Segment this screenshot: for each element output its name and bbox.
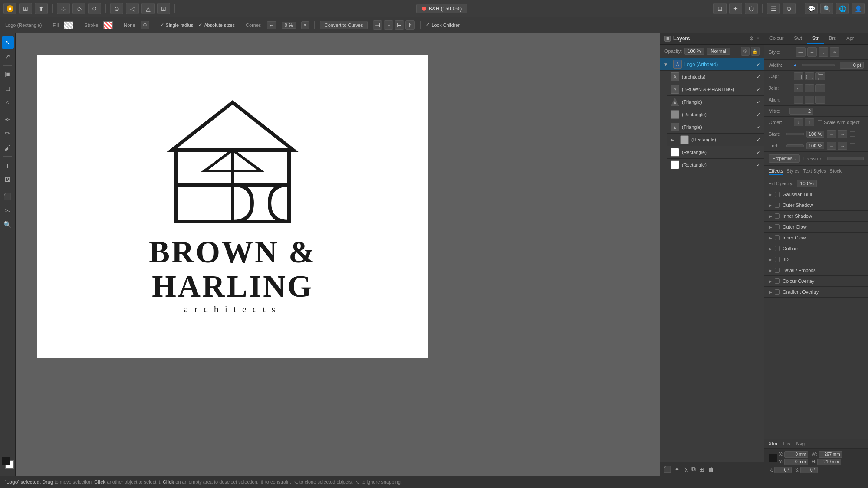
pen-tool[interactable]: ✒: [2, 114, 14, 126]
properties-btn[interactable]: Properties...: [769, 154, 800, 163]
gaussian-blur-effect[interactable]: ▶ Gaussian Blur: [764, 189, 868, 200]
outer-glow-effect[interactable]: ▶ Outer Glow: [764, 222, 868, 233]
absolute-sizes-check[interactable]: ✓ Absolute sizes: [198, 22, 235, 28]
effects-tab-stock[interactable]: Stock: [830, 168, 842, 175]
bevel-checkbox[interactable]: [775, 268, 780, 273]
start-arrow-left[interactable]: ←: [827, 130, 836, 138]
pencil-tool[interactable]: ✏: [2, 128, 14, 140]
style-dash-btn[interactable]: --: [807, 47, 817, 57]
rect2-check[interactable]: ✓: [756, 137, 760, 143]
order-above-btn[interactable]: ↑: [805, 118, 814, 126]
align-center-btn[interactable]: ⊦: [805, 96, 814, 104]
mitre-value[interactable]: 2: [789, 108, 813, 115]
globe-btn[interactable]: 🌐: [836, 3, 849, 14]
rectangle-tool[interactable]: □: [2, 82, 14, 94]
flip-h-btn[interactable]: ◁: [126, 3, 139, 14]
lock-children-label[interactable]: ✓ Lock Children: [426, 22, 460, 28]
effects-tab-effects[interactable]: Effects: [769, 168, 783, 175]
outer-shadow-effect[interactable]: ▶ Outer Shadow: [764, 200, 868, 211]
s-value[interactable]: 0 °: [800, 467, 818, 473]
opacity-value[interactable]: 100 %: [684, 48, 704, 55]
triangle2-check[interactable]: ✓: [756, 124, 760, 130]
crop-tool[interactable]: ✂: [2, 205, 14, 217]
artboard-check[interactable]: ✓: [756, 62, 760, 67]
artboard-tool[interactable]: ▣: [2, 68, 14, 80]
layer-rect2-row[interactable]: ▶ □ (Rectangle) ✓: [667, 134, 764, 146]
start-checkbox[interactable]: [850, 131, 855, 137]
layers-close-btn[interactable]: ×: [756, 36, 760, 42]
align-inside-btn[interactable]: ⊣: [794, 96, 803, 104]
fg-color[interactable]: [2, 457, 10, 465]
start-value[interactable]: 100 %: [806, 131, 824, 138]
style-custom-btn[interactable]: ≈: [830, 47, 839, 57]
inner-shadow-effect[interactable]: ▶ Inner Shadow: [764, 211, 868, 222]
align-left-btn[interactable]: ⊣: [373, 20, 382, 30]
fill-tool[interactable]: ⬛: [2, 191, 14, 203]
artboard-expand[interactable]: ▼: [664, 62, 671, 67]
layer-group-btn[interactable]: ⊞: [699, 466, 704, 473]
chat-btn[interactable]: 💬: [805, 3, 818, 14]
outline-checkbox[interactable]: [775, 246, 780, 251]
layer-rect1-row[interactable]: □ (Rectangle) ✓: [667, 108, 764, 121]
text-tool[interactable]: T: [2, 159, 14, 171]
subselect-tool[interactable]: ↗: [2, 50, 14, 62]
layer-add-fx-btn[interactable]: ✦: [674, 466, 680, 473]
layer-duplicate-btn[interactable]: ⧉: [691, 465, 696, 473]
app-icon[interactable]: A: [3, 3, 16, 14]
layer-rect3-row[interactable]: (Rectangle) ✓: [667, 146, 764, 159]
inner-glow-checkbox[interactable]: [775, 235, 780, 240]
bottom-tab-nvg[interactable]: Nvg: [796, 441, 805, 446]
layer-rect4-row[interactable]: (Rectangle) ✓: [667, 159, 764, 171]
bottom-tab-his[interactable]: His: [783, 441, 790, 446]
share-btn[interactable]: ⬆: [35, 3, 48, 14]
distribute-btn[interactable]: ⊧: [405, 20, 415, 30]
3d-checkbox[interactable]: [775, 257, 780, 262]
layer-architects-row[interactable]: A (architects) ✓: [667, 71, 764, 83]
zoom-tool[interactable]: 🔍: [2, 219, 14, 231]
tab-swt[interactable]: Swt: [789, 33, 807, 44]
align-right-btn[interactable]: ⊢: [395, 20, 404, 30]
outer-glow-checkbox[interactable]: [775, 224, 780, 229]
image-tool[interactable]: 🖼: [2, 173, 14, 185]
align-center-btn[interactable]: ⊦: [384, 20, 393, 30]
rect4-check[interactable]: ✓: [756, 162, 760, 168]
macro-btn[interactable]: ⬡: [745, 3, 758, 14]
layer-settings-btn[interactable]: ⚙: [741, 47, 750, 56]
y-value[interactable]: 0 mm: [784, 459, 808, 465]
colour-overlay-checkbox[interactable]: [775, 278, 780, 284]
outer-shadow-checkbox[interactable]: [775, 203, 780, 208]
tab-brs[interactable]: Brs: [824, 33, 842, 44]
snap-btn[interactable]: ✦: [729, 3, 742, 14]
pressure-bar[interactable]: [827, 157, 864, 160]
transform-tool[interactable]: ↺: [88, 3, 101, 14]
w-value[interactable]: 297 mm: [819, 451, 842, 458]
scale-with-object[interactable]: Scale with object: [818, 120, 860, 125]
flip-v-btn[interactable]: △: [141, 3, 155, 14]
tab-colour[interactable]: Colour: [764, 33, 789, 44]
single-radius-check[interactable]: ✓ Single radius: [160, 22, 194, 28]
end-value[interactable]: 100 %: [806, 142, 824, 149]
tab-str[interactable]: Str: [807, 33, 824, 44]
fill-swatch[interactable]: [64, 21, 73, 29]
triangle1-check[interactable]: ✓: [756, 99, 760, 105]
layer-add-adjust-btn[interactable]: fx: [683, 466, 688, 473]
blend-mode[interactable]: Normal: [707, 48, 730, 55]
grid-btn[interactable]: ⊞: [713, 3, 727, 14]
colour-overlay-effect[interactable]: ▶ Colour Overlay: [764, 276, 868, 287]
align-outside-btn[interactable]: ⊢: [815, 96, 825, 104]
layer-artboard-row[interactable]: ▼ A Logo (Artboard) ✓: [660, 58, 764, 71]
tab-apr[interactable]: Apr: [841, 33, 859, 44]
inner-shadow-checkbox[interactable]: [775, 213, 780, 219]
layer-brown-row[interactable]: A (BROWN & ↵HARLING) ✓: [667, 83, 764, 96]
outline-effect[interactable]: ▶ Outline: [764, 243, 868, 254]
effects-tab-text[interactable]: Text Styles: [803, 168, 826, 175]
more-btn[interactable]: ⊕: [783, 3, 796, 14]
join-bevel-btn[interactable]: ⌒: [815, 84, 825, 92]
effects-tab-styles[interactable]: Styles: [786, 168, 799, 175]
rect1-check[interactable]: ✓: [756, 112, 760, 118]
search-btn[interactable]: 🔍: [820, 3, 833, 14]
arrange-btn[interactable]: ⊡: [157, 3, 170, 14]
layer-add-pixel-btn[interactable]: ⬛: [664, 466, 671, 473]
3d-effect[interactable]: ▶ 3D: [764, 254, 868, 265]
join-round-btn[interactable]: ⌒: [805, 84, 814, 92]
